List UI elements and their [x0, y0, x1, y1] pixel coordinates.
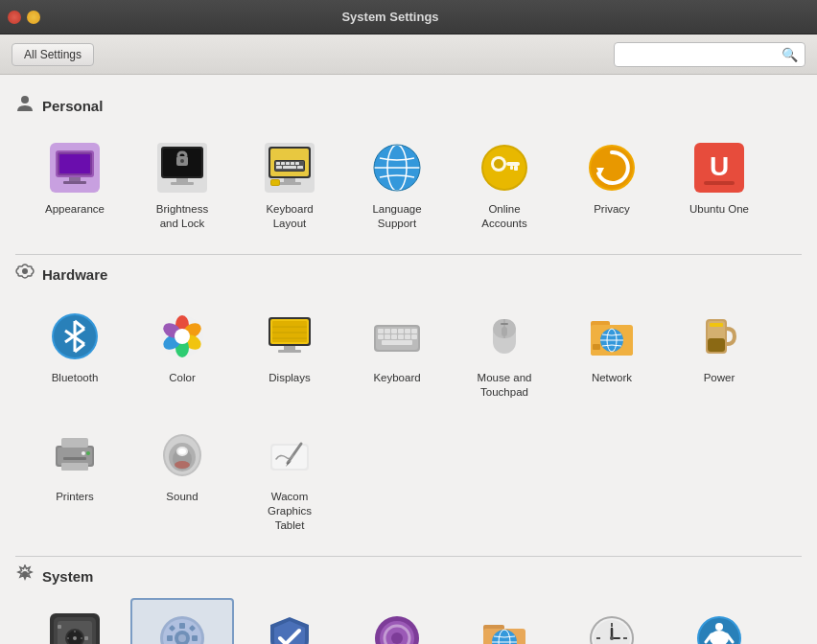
management-service-icon: [368, 610, 426, 644]
printers-item[interactable]: Printers: [23, 415, 127, 544]
network-item[interactable]: Network: [560, 296, 664, 411]
online-accounts-label: OnlineAccounts: [481, 202, 526, 231]
color-icon: [153, 308, 211, 365]
svg-rect-83: [398, 334, 404, 339]
search-icon: 🔍: [782, 47, 798, 62]
svg-point-169: [715, 623, 723, 631]
firewall-icon: [261, 610, 318, 644]
toolbar: All Settings 🔍: [0, 34, 817, 75]
svg-rect-74: [378, 329, 384, 334]
svg-point-166: [610, 636, 614, 640]
window-controls[interactable]: [8, 11, 40, 24]
svg-rect-80: [378, 334, 384, 339]
displays-item[interactable]: Displays: [238, 296, 341, 411]
svg-rect-6: [63, 181, 86, 184]
svg-rect-20: [281, 162, 285, 165]
details-item[interactable]: Details: [130, 598, 234, 644]
appearance-item[interactable]: Appearance: [23, 127, 127, 242]
svg-point-127: [73, 636, 77, 640]
color-label: Color: [169, 371, 195, 385]
keyboard-layout-item[interactable]: KeyboardLayout: [238, 127, 341, 242]
displays-label: Displays: [268, 371, 310, 385]
printers-icon: [46, 426, 104, 484]
svg-rect-25: [283, 166, 296, 169]
svg-rect-132: [84, 636, 88, 640]
language-support-label: LanguageSupport: [372, 202, 421, 231]
window-title: System Settings: [48, 10, 733, 24]
svg-rect-90: [501, 323, 508, 325]
power-icon: [690, 308, 748, 365]
svg-rect-109: [63, 457, 86, 460]
search-input[interactable]: [614, 42, 805, 67]
svg-rect-105: [61, 438, 88, 448]
svg-rect-85: [411, 334, 417, 339]
svg-rect-142: [192, 635, 198, 641]
main-content: Personal Appearance: [0, 75, 817, 644]
close-button[interactable]: [8, 11, 21, 24]
svg-rect-23: [295, 162, 299, 165]
network-icon: [583, 308, 641, 365]
system-section-header: System: [15, 564, 802, 588]
hardware-divider: [15, 254, 802, 255]
minimize-button[interactable]: [27, 11, 40, 24]
svg-point-150: [391, 632, 403, 644]
titlebar: System Settings: [0, 0, 817, 34]
hardware-icon: [15, 263, 35, 287]
svg-rect-75: [385, 329, 390, 334]
svg-rect-39: [506, 162, 520, 166]
mouse-touchpad-item[interactable]: Mouse andTouchpad: [453, 296, 556, 411]
svg-rect-41: [510, 166, 513, 170]
universal-access-item[interactable]: UniversalAccess: [667, 598, 771, 644]
svg-point-13: [180, 159, 184, 163]
language-support-item[interactable]: LanguageSupport: [345, 127, 449, 242]
all-settings-button[interactable]: All Settings: [12, 43, 94, 66]
hardware-title: Hardware: [42, 266, 107, 283]
brightness-lock-label: Brightnessand Lock: [156, 202, 208, 231]
privacy-item[interactable]: Privacy: [560, 127, 664, 242]
svg-rect-76: [391, 329, 397, 334]
management-service-item[interactable]: ManagementService: [345, 598, 449, 644]
svg-rect-5: [69, 177, 81, 181]
keyboard-item[interactable]: Keyboard: [345, 296, 449, 411]
svg-point-138: [178, 634, 186, 642]
wacom-item[interactable]: WacomGraphicsTablet: [238, 415, 341, 544]
software-sources-item[interactable]: SoftwareSources: [453, 598, 556, 644]
brightness-lock-item[interactable]: Brightnessand Lock: [130, 127, 234, 242]
wacom-label: WacomGraphicsTablet: [268, 490, 312, 533]
appearance-label: Appearance: [45, 202, 105, 217]
keyboard-icon: [368, 308, 426, 365]
personal-items-grid: Appearance Brightnessand Lock: [15, 127, 802, 250]
backup-item[interactable]: Backup: [23, 598, 127, 644]
ubuntu-one-icon: U: [690, 139, 748, 196]
online-accounts-item[interactable]: OnlineAccounts: [453, 127, 556, 242]
sound-icon: [153, 426, 211, 484]
firewall-item[interactable]: FirewallConfiguration: [238, 598, 341, 644]
svg-rect-70: [284, 346, 295, 350]
wacom-icon: [261, 426, 318, 484]
svg-rect-66: [272, 321, 307, 342]
sound-label: Sound: [166, 490, 198, 504]
svg-rect-24: [276, 166, 282, 169]
hardware-items-grid: Bluetooth Color: [15, 296, 802, 552]
svg-rect-21: [286, 162, 290, 165]
bluetooth-item[interactable]: Bluetooth: [23, 296, 127, 411]
svg-text:U: U: [710, 151, 729, 181]
time-date-item[interactable]: Time & Date: [560, 598, 664, 644]
svg-rect-28: [278, 182, 301, 185]
svg-rect-79: [411, 329, 417, 334]
power-item[interactable]: Power: [667, 296, 771, 411]
svg-rect-78: [405, 329, 410, 334]
svg-point-48: [22, 268, 28, 274]
search-bar: 🔍: [614, 42, 805, 67]
svg-rect-40: [514, 166, 518, 171]
svg-point-38: [494, 159, 503, 169]
svg-rect-139: [179, 623, 185, 629]
svg-rect-11: [171, 182, 194, 185]
sound-item[interactable]: Sound: [130, 415, 234, 544]
color-item[interactable]: Color: [130, 296, 234, 411]
ubuntu-one-item[interactable]: U Ubuntu One: [667, 127, 771, 242]
svg-rect-141: [167, 635, 173, 641]
svg-rect-98: [593, 344, 600, 350]
svg-rect-30: [271, 180, 279, 185]
svg-rect-81: [385, 334, 390, 339]
